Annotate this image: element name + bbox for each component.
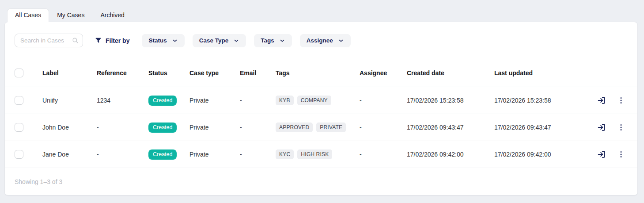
tag-pill: HIGH RISK [297,149,332,159]
column-header-email: Email [240,69,276,77]
dropdown-label: Tags [261,37,274,44]
tab-my-cases[interactable]: My Cases [49,8,92,22]
search-box [15,34,83,47]
column-header-created: Created date [407,69,494,77]
cell-updated: 17/02/2026 15:23:58 [494,97,594,104]
cell-assignee: - [360,97,407,104]
row-menu-button[interactable] [613,119,629,135]
filter-dropdown-case-type[interactable]: Case Type [193,34,246,47]
column-header-tags: Tags [276,69,360,77]
cell-assignee: - [360,151,407,158]
cell-email: - [240,97,276,104]
kebab-menu-icon [617,123,625,132]
cell-created: 17/02/2026 15:23:58 [407,97,494,104]
row-menu-button[interactable] [613,92,629,108]
tag-pill: KYB [276,96,294,105]
cell-tags: KYC HIGH RISK [276,149,360,159]
chevron-down-icon [338,38,344,44]
tag-pill: COMPANY [297,96,331,105]
select-all-checkbox[interactable] [15,69,23,77]
cell-label: Jane Doe [42,151,97,158]
cell-updated: 17/02/2026 09:42:00 [494,151,594,158]
cell-reference: - [97,151,148,158]
cell-email: - [240,124,276,131]
cell-label: John Doe [42,124,97,131]
status-badge: Created [148,149,177,160]
table-header-row: Label Reference Status Case type Email T… [5,59,637,87]
tag-pill: PRIVATE [316,123,346,132]
table-row[interactable]: Uniify 1234 Created Private - KYB COMPAN… [5,87,637,114]
filter-by-label: Filter by [106,37,129,44]
enter-arrow-icon [597,123,606,132]
row-checkbox[interactable] [15,96,23,105]
table-row[interactable]: John Doe - Created Private - APPROVED PR… [5,114,637,141]
cases-panel: Filter by Status Case Type Tags Assignee [4,22,638,195]
cell-reference: 1234 [97,97,148,104]
dropdown-label: Case Type [199,37,229,44]
cell-assignee: - [360,124,407,131]
row-menu-button[interactable] [613,146,629,162]
cell-reference: - [97,124,148,131]
filters-toolbar: Filter by Status Case Type Tags Assignee [5,22,637,59]
column-header-case-type: Case type [189,69,240,77]
status-badge: Created [148,96,177,106]
cell-case-type: Private [189,97,240,104]
cell-tags: APPROVED PRIVATE [276,123,360,132]
cell-updated: 17/02/2026 09:43:47 [494,124,594,131]
open-case-button[interactable] [594,119,610,135]
search-icon [72,37,79,46]
open-case-button[interactable] [594,146,610,162]
column-header-updated: Last updated [494,69,594,77]
cell-label: Uniify [42,97,97,104]
tab-bar: All Cases My Cases Archived [7,8,638,22]
filter-dropdown-tags[interactable]: Tags [254,34,292,47]
column-header-label: Label [42,69,97,77]
pagination-footer: Showing 1–3 of 3 [5,168,637,195]
table-row[interactable]: Jane Doe - Created Private - KYC HIGH RI… [5,141,637,168]
filter-dropdown-status[interactable]: Status [142,34,184,47]
column-header-reference: Reference [97,69,148,77]
tab-all-cases[interactable]: All Cases [7,8,49,22]
cell-email: - [240,151,276,158]
cell-case-type: Private [189,151,240,158]
filter-pills: Status Case Type Tags Assignee [142,34,350,47]
filter-dropdown-assignee[interactable]: Assignee [300,34,351,47]
enter-arrow-icon [597,96,606,105]
status-badge: Created [148,123,177,133]
cell-tags: KYB COMPANY [276,96,360,105]
open-case-button[interactable] [594,92,610,108]
chevron-down-icon [172,38,178,44]
dropdown-label: Status [148,37,167,44]
kebab-menu-icon [617,150,625,159]
cell-created: 17/02/2026 09:42:00 [407,151,494,158]
showing-count-text: Showing 1–3 of 3 [15,178,62,185]
tag-pill: KYC [276,149,294,159]
cell-case-type: Private [189,124,240,131]
enter-arrow-icon [597,149,606,159]
chevron-down-icon [233,38,239,44]
tab-archived[interactable]: Archived [92,8,132,22]
row-checkbox[interactable] [15,123,23,132]
filter-by-button[interactable]: Filter by [95,37,129,44]
chevron-down-icon [279,38,285,44]
column-header-assignee: Assignee [360,69,407,77]
row-checkbox[interactable] [15,150,23,159]
kebab-menu-icon [617,96,625,105]
column-header-status: Status [148,69,189,77]
funnel-icon [95,37,102,44]
cell-created: 17/02/2026 09:43:47 [407,124,494,131]
dropdown-label: Assignee [307,37,333,44]
tag-pill: APPROVED [276,123,313,132]
